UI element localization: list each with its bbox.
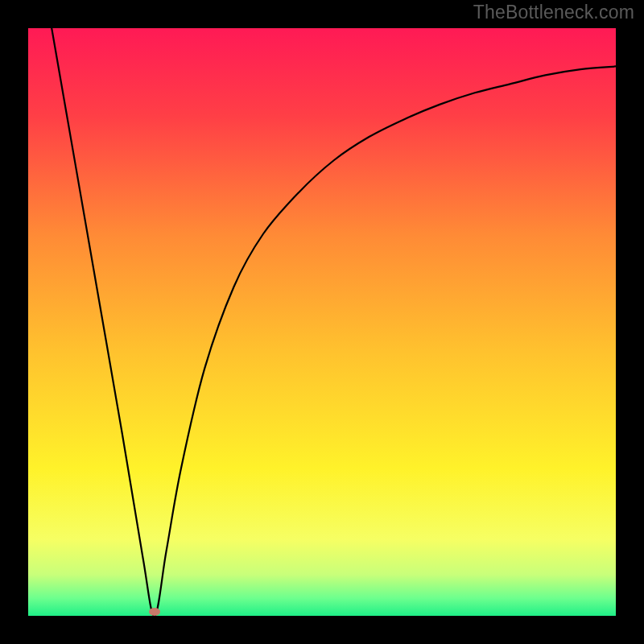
watermark-text: TheBottleneck.com <box>473 2 634 23</box>
plot-area <box>28 28 616 616</box>
chart-frame: TheBottleneck.com <box>0 0 644 644</box>
optimum-marker-icon <box>149 608 160 616</box>
curve-layer <box>28 28 616 616</box>
bottleneck-curve <box>52 28 616 616</box>
